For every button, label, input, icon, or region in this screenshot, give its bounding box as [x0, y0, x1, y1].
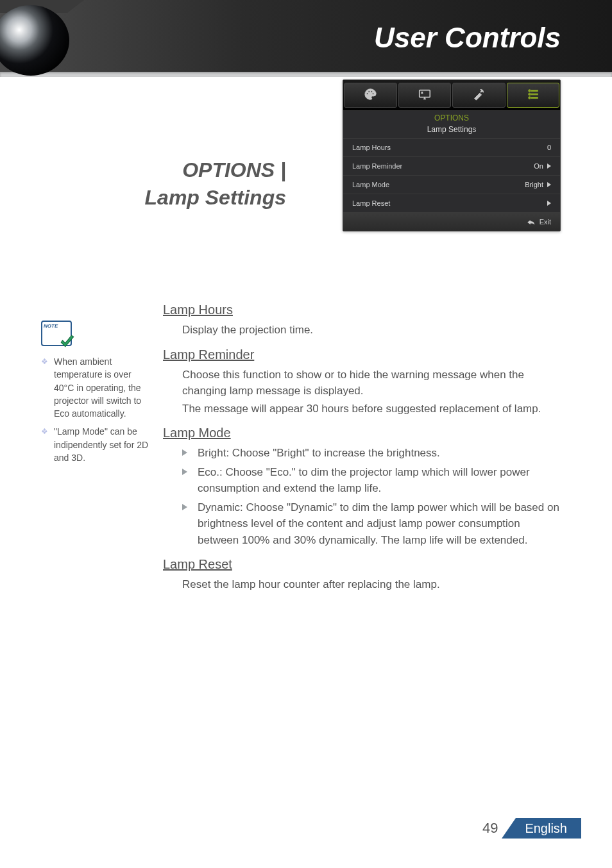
svg-point-1 — [368, 91, 370, 92]
sliders-icon — [525, 87, 541, 103]
diamond-bullet-icon: ❖ — [41, 356, 49, 420]
osd-tab-display[interactable] — [398, 83, 452, 108]
note-text: When ambient temperature is over 40°C in… — [54, 355, 149, 420]
osd-row-value: On — [534, 162, 543, 170]
block-lamp-hours: Lamp Hours Display the projection time. — [163, 300, 561, 338]
osd-row-lamp-mode[interactable]: Lamp Mode Bright — [343, 176, 560, 194]
osd-menu-panel: OPTIONS Lamp Settings Lamp Hours 0 Lamp … — [343, 79, 561, 231]
chevron-right-icon — [547, 182, 551, 187]
osd-row-label: Lamp Reminder — [352, 162, 402, 170]
osd-row-label: Lamp Mode — [352, 181, 389, 188]
palette-icon — [362, 87, 378, 103]
osd-row-label: Lamp Hours — [352, 144, 391, 151]
svg-rect-8 — [531, 94, 538, 95]
header-divider — [0, 72, 612, 77]
triangle-bullet-icon — [182, 469, 189, 475]
heading-lamp-hours: Lamp Hours — [163, 300, 561, 319]
svg-rect-4 — [420, 90, 430, 97]
list-item-text: Bright: Choose "Bright" to increase the … — [198, 445, 440, 462]
osd-row-value: 0 — [547, 144, 551, 151]
diamond-bullet-icon: ❖ — [41, 426, 49, 464]
osd-tab-setup[interactable] — [452, 83, 506, 108]
section-title-line1: OPTIONS | — [38, 156, 286, 184]
tools-icon — [470, 87, 487, 103]
heading-lamp-reset: Lamp Reset — [163, 555, 561, 574]
heading-lamp-reminder: Lamp Reminder — [163, 345, 561, 364]
svg-point-3 — [373, 93, 374, 94]
note-item: ❖ When ambient temperature is over 40°C … — [41, 355, 149, 420]
osd-heading: OPTIONS — [343, 111, 560, 124]
monitor-icon — [416, 87, 433, 103]
svg-point-2 — [371, 91, 372, 92]
paragraph: Display the projection time. — [163, 322, 561, 338]
page-header: User Controls — [0, 0, 612, 72]
note-icon: NOTE — [41, 321, 72, 346]
block-lamp-mode: Lamp Mode Bright: Choose "Bright" to inc… — [163, 423, 561, 548]
osd-footer: Exit — [343, 213, 560, 231]
osd-row-lamp-hours[interactable]: Lamp Hours 0 — [343, 138, 560, 157]
chevron-right-icon — [547, 163, 551, 169]
list-item: Bright: Choose "Bright" to increase the … — [163, 445, 561, 462]
list-item: Dynamic: Choose "Dynamic" to dim the lam… — [163, 499, 561, 549]
header-tab-shape — [0, 0, 612, 13]
list-item-text: Eco.: Choose "Eco." to dim the projector… — [198, 464, 561, 497]
back-arrow-icon — [527, 219, 536, 225]
osd-subheading: Lamp Settings — [343, 124, 560, 138]
svg-point-0 — [366, 93, 368, 94]
osd-exit-label[interactable]: Exit — [540, 218, 551, 226]
block-lamp-reminder: Lamp Reminder Choose this function to sh… — [163, 345, 561, 417]
osd-row-value: Bright — [525, 181, 543, 188]
osd-row-lamp-reset[interactable]: Lamp Reset — [343, 194, 560, 213]
note-text: "Lamp Mode" can be indipendently set for… — [54, 425, 149, 464]
triangle-bullet-icon — [182, 504, 189, 510]
notes-sidebar: NOTE ❖ When ambient temperature is over … — [41, 321, 149, 469]
section-title: OPTIONS | Lamp Settings — [38, 156, 286, 212]
chevron-right-icon — [547, 201, 551, 206]
osd-tab-image[interactable] — [344, 83, 397, 108]
osd-tab-options[interactable] — [507, 83, 560, 108]
svg-rect-6 — [531, 90, 538, 92]
note-item: ❖ "Lamp Mode" can be indipendently set f… — [41, 425, 149, 464]
list-item-text: Dynamic: Choose "Dynamic" to dim the lam… — [198, 499, 561, 549]
svg-point-5 — [528, 90, 531, 92]
main-content: Lamp Hours Display the projection time. … — [163, 300, 561, 599]
page-title: User Controls — [374, 22, 561, 54]
block-lamp-reset: Lamp Reset Reset the lamp hour counter a… — [163, 555, 561, 593]
page-footer: 49 English — [482, 818, 581, 839]
triangle-bullet-icon — [182, 449, 189, 456]
footer-angle-shape — [502, 818, 516, 839]
page-number: 49 — [482, 820, 498, 837]
svg-rect-10 — [531, 97, 538, 99]
heading-lamp-mode: Lamp Mode — [163, 423, 561, 442]
svg-point-7 — [528, 93, 531, 96]
list-item: Eco.: Choose "Eco." to dim the projector… — [163, 464, 561, 497]
svg-point-9 — [528, 97, 531, 99]
paragraph: The message will appear 30 hours before … — [163, 401, 561, 417]
osd-row-label: Lamp Reset — [352, 199, 390, 207]
osd-tab-strip — [343, 80, 560, 111]
section-title-line2: Lamp Settings — [38, 184, 286, 212]
camera-lens-graphic — [0, 5, 69, 76]
osd-row-lamp-reminder[interactable]: Lamp Reminder On — [343, 157, 560, 176]
language-badge: English — [516, 818, 581, 839]
paragraph: Choose this function to show or to hide … — [163, 367, 561, 399]
paragraph: Reset the lamp hour counter after replac… — [163, 576, 561, 593]
